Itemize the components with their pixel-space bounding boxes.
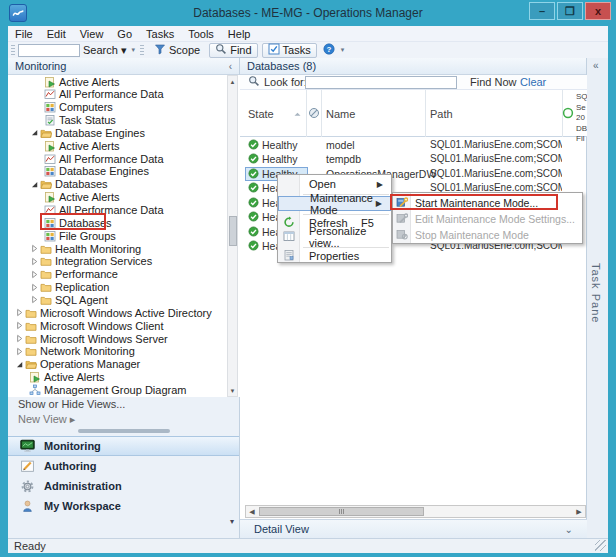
find-button[interactable]: Find [209, 43, 257, 58]
maximize-button[interactable]: ❐ [557, 2, 583, 20]
scroll-left-icon[interactable]: ◀ [246, 506, 258, 517]
menu-item-open[interactable]: Open▶ [278, 177, 391, 191]
look-for-input[interactable] [305, 76, 457, 89]
menu-go[interactable]: Go [110, 28, 139, 40]
look-for-bar: Look for: Find Now Clear [240, 75, 587, 90]
expander-closed-icon[interactable] [29, 281, 40, 293]
column-header-state[interactable]: State [248, 108, 274, 120]
menu-tools[interactable]: Tools [181, 28, 221, 40]
nav-administration[interactable]: Administration [8, 476, 239, 496]
menu-file[interactable]: File [8, 28, 40, 40]
tree-item-all-performance-data[interactable]: All Performance Data [44, 88, 164, 101]
tree-item-replication[interactable]: Replication [29, 281, 109, 294]
tree-item-health-monitoring[interactable]: Health Monitoring [29, 242, 141, 255]
search-overflow-chevron[interactable]: ▾ [131, 46, 135, 54]
help-icon: ? [323, 43, 335, 55]
tree-item-database-engines[interactable]: Database Engines [29, 126, 145, 139]
column-header-maintenance[interactable] [308, 107, 320, 121]
resize-grip[interactable] [595, 540, 606, 551]
tree-item-active-alerts[interactable]: Active Alerts [44, 75, 120, 88]
nav-label: Monitoring [44, 440, 101, 452]
nav-authoring[interactable]: Authoring [8, 456, 239, 476]
column-header-health-ring[interactable] [562, 107, 574, 121]
tree-item-sql-agent[interactable]: SQL Agent [29, 293, 108, 306]
task-pane-strip[interactable]: « Task Pane [587, 58, 608, 538]
scroll-right-icon[interactable]: ▶ [573, 506, 585, 517]
help-icon[interactable]: ? [323, 43, 335, 57]
expander-open-icon[interactable] [14, 358, 25, 370]
table-row[interactable]: HealthymodelSQL01.MariusEne.com;SCOM [240, 138, 587, 153]
find-now-button[interactable]: Find Now [470, 76, 516, 88]
tree-item-active-alerts[interactable]: Active Alerts [44, 139, 120, 152]
search-input[interactable] [18, 44, 80, 57]
collapse-pane-icon[interactable]: ‹ [229, 61, 232, 72]
scroll-down-icon[interactable]: ▼ [228, 385, 237, 396]
new-view-link[interactable]: New View ▸ [18, 413, 75, 426]
close-button[interactable]: x [585, 2, 611, 20]
show-hide-views-link[interactable]: Show or Hide Views... [18, 398, 125, 410]
tree-scroll-thumb[interactable] [229, 216, 237, 246]
tree-item-all-performance-data[interactable]: All Performance Data [44, 152, 164, 165]
scroll-up-icon[interactable]: ▲ [228, 76, 237, 87]
expander-closed-icon[interactable] [29, 294, 40, 306]
nav-my-workspace[interactable]: My Workspace [8, 496, 239, 516]
tree-item-performance[interactable]: Performance [29, 268, 118, 281]
tree-item-management-group-diagram[interactable]: Management Group Diagram [29, 383, 186, 396]
healthy-state-icon [248, 197, 259, 210]
task-pane-collapse-icon[interactable]: « [593, 60, 599, 71]
tree-item-databases[interactable]: Databases [29, 178, 108, 191]
menu-help[interactable]: Help [221, 28, 258, 40]
expander-closed-icon[interactable] [14, 333, 25, 345]
tree-item-network-monitoring[interactable]: Network Monitoring [14, 345, 135, 358]
tree-item-active-alerts[interactable]: Active Alerts [44, 191, 120, 204]
table-row[interactable]: HealthytempdbSQL01.MariusEne.com;SCOM [240, 152, 587, 167]
submenu-item-label: Stop Maintenance Mode [415, 229, 529, 241]
clear-button[interactable]: Clear [520, 76, 546, 88]
tree-item-file-groups[interactable]: File Groups [44, 229, 116, 242]
tree-item-computers[interactable]: Computers [44, 101, 113, 114]
context-menu: Open▶Maintenance Mode▶RefreshF5Personali… [277, 174, 392, 263]
monitoring-pane: Monitoring ‹ Active AlertsAll Performanc… [8, 58, 240, 538]
expander-closed-icon[interactable] [29, 255, 40, 267]
hscroll-thumb[interactable] [259, 507, 424, 516]
tree-item-database-engines[interactable]: Database Engines [44, 165, 149, 178]
detail-view-chevron-icon[interactable]: ⌄ [565, 524, 573, 535]
tree-item-integration-services[interactable]: Integration Services [29, 255, 152, 268]
menu-edit[interactable]: Edit [40, 28, 73, 40]
scope-button[interactable]: Scope [149, 43, 205, 58]
search-button[interactable]: Search ▾ [83, 44, 126, 57]
expander-closed-icon[interactable] [29, 268, 40, 280]
expander-open-icon[interactable] [29, 127, 40, 139]
tasks-button[interactable]: Tasks [262, 43, 317, 58]
alert-view-icon [29, 371, 41, 383]
detail-view-bar[interactable]: Detail View ⌄ [240, 519, 587, 538]
nav-splitter-handle[interactable] [78, 429, 170, 433]
column-header-name[interactable]: Name [326, 108, 355, 120]
tree-item-microsoft-windows-server[interactable]: Microsoft Windows Server [14, 332, 168, 345]
tree-item-microsoft-windows-client[interactable]: Microsoft Windows Client [14, 319, 163, 332]
menu-item-maintenance-mode[interactable]: Maintenance Mode▶ [278, 196, 391, 211]
title-bar[interactable]: Databases - ME-MG - Operations Manager –… [0, 0, 616, 26]
menu-item-properties[interactable]: Properties [278, 249, 391, 263]
toolbar-overflow-chevron[interactable]: ▾ [341, 46, 345, 54]
tree-item-operations-manager[interactable]: Operations Manager [14, 358, 140, 371]
nav-label: My Workspace [44, 500, 121, 512]
minimize-button[interactable]: – [529, 2, 555, 20]
expander-closed-icon[interactable] [14, 345, 25, 357]
menu-tasks[interactable]: Tasks [139, 28, 181, 40]
nav-options-chevron[interactable]: ▾ [230, 517, 234, 526]
tree-item-task-status[interactable]: Task Status [44, 114, 116, 127]
tree-item-microsoft-windows-active-directory[interactable]: Microsoft Windows Active Directory [14, 306, 212, 319]
authoring-icon [20, 459, 35, 474]
nav-monitoring[interactable]: Monitoring [8, 436, 239, 456]
horizontal-scrollbar[interactable]: ◀ ▶ [245, 505, 586, 518]
menu-item-personalize-view-[interactable]: Personalize view... [278, 230, 391, 244]
column-header-path[interactable]: Path [430, 108, 453, 120]
tree-item-active-alerts[interactable]: Active Alerts [29, 371, 105, 384]
expander-closed-icon[interactable] [29, 243, 40, 255]
expander-open-icon[interactable] [29, 178, 40, 190]
tree-scrollbar[interactable]: ▲ ▼ [227, 75, 238, 397]
expander-closed-icon[interactable] [14, 307, 25, 319]
menu-view[interactable]: View [73, 28, 111, 40]
expander-closed-icon[interactable] [14, 320, 25, 332]
